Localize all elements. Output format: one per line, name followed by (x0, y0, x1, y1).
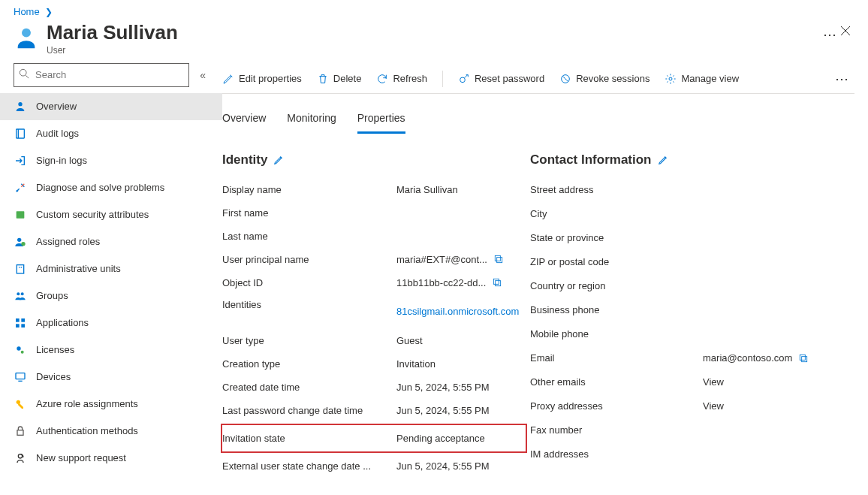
edit-properties-button[interactable]: Edit properties (222, 73, 302, 85)
sidebar-item-audit-logs[interactable]: Audit logs (0, 120, 222, 147)
tab-overview[interactable]: Overview (222, 107, 266, 134)
page-title: Maria Sullivan (47, 22, 815, 44)
sidebar-item-licenses[interactable]: Licenses (0, 337, 222, 364)
sidebar-item-label: Audit logs (36, 128, 79, 139)
group-icon (14, 290, 27, 302)
toolbar-more-button[interactable]: ⋯ (829, 71, 854, 87)
email-text: maria@contoso.com (703, 352, 792, 364)
block-icon (559, 73, 571, 85)
sidebar-item-label: Assigned roles (36, 236, 100, 247)
svg-rect-15 (16, 318, 20, 322)
copy-objectid-button[interactable] (492, 277, 502, 288)
breadcrumb-home[interactable]: Home (14, 6, 40, 17)
field-value (396, 225, 523, 248)
breadcrumb: Home ❯ (0, 0, 868, 19)
grid-icon (14, 317, 27, 329)
svg-rect-32 (496, 281, 501, 286)
tab-bar: Overview Monitoring Properties (222, 101, 854, 134)
field-label: First name (222, 201, 396, 225)
collapse-nav-button[interactable]: « (197, 66, 209, 84)
sidebar-item-custom-attrs[interactable]: Custom security attributes (0, 201, 222, 228)
sidebar-item-devices[interactable]: Devices (0, 364, 222, 391)
field-value (396, 201, 523, 225)
toolbar-label: Revoke sessions (576, 73, 649, 84)
sidebar-item-label: Devices (36, 371, 71, 382)
field-value (703, 226, 838, 250)
field-value: Maria Sullivan (396, 178, 523, 201)
field-value (703, 178, 838, 202)
proxy-addresses-link[interactable]: View (703, 394, 838, 418)
sidebar-item-assigned-roles[interactable]: Assigned roles (0, 228, 222, 255)
sidebar-item-support[interactable]: New support request (0, 445, 222, 472)
field-label: Proxy addresses (530, 394, 703, 418)
copy-email-button[interactable] (798, 353, 809, 364)
sidebar-item-signin-logs[interactable]: Sign-in logs (0, 147, 222, 174)
other-emails-link[interactable]: View (703, 370, 838, 394)
toolbar-divider (442, 71, 443, 87)
edit-identity-button[interactable] (273, 155, 284, 165)
close-button[interactable] (836, 22, 854, 40)
toolbar-label: Refresh (393, 73, 427, 84)
reset-password-button[interactable]: Reset password (458, 73, 544, 85)
field-label: Fax number (530, 418, 703, 442)
sidebar-item-applications[interactable]: Applications (0, 309, 222, 337)
refresh-button[interactable]: Refresh (376, 73, 427, 85)
sidebar-item-groups[interactable]: Groups (0, 282, 222, 309)
key-reset-icon (458, 73, 470, 85)
field-label: IM addresses (530, 442, 703, 466)
trash-icon (317, 73, 329, 85)
svg-rect-21 (16, 373, 25, 379)
sidebar-item-label: Azure role assignments (36, 398, 138, 409)
field-value: Jun 5, 2024, 5:55 PM (396, 454, 523, 478)
sidebar-item-auth-methods[interactable]: Authentication methods (0, 418, 222, 445)
identities-link[interactable]: 81csilgmail.onmicrosoft.com (396, 294, 523, 329)
signin-icon (14, 155, 27, 167)
field-label: Email (530, 346, 703, 370)
sidebar-item-azure-roles[interactable]: Azure role assignments (0, 391, 222, 418)
command-bar: Edit properties Delete Refresh Reset pas… (222, 63, 854, 94)
toolbar-label: Edit properties (239, 73, 302, 84)
svg-rect-18 (21, 324, 25, 327)
manage-view-button[interactable]: Manage view (665, 73, 739, 85)
copy-upn-button[interactable] (493, 254, 504, 264)
field-value (703, 202, 838, 226)
search-box[interactable] (14, 63, 189, 87)
page-subtitle: User (47, 45, 815, 56)
search-input[interactable] (34, 68, 184, 81)
tab-monitoring[interactable]: Monitoring (287, 107, 336, 134)
sidebar-item-label: New support request (36, 452, 126, 463)
field-label: Street address (530, 178, 703, 202)
svg-rect-31 (495, 255, 500, 261)
edit-contact-button[interactable] (658, 155, 668, 165)
svg-point-26 (460, 77, 466, 83)
header-more-button[interactable]: ⋯ (823, 26, 836, 43)
sidebar-item-diagnose[interactable]: Diagnose and solve problems (0, 174, 222, 201)
section-title-identity: Identity (222, 152, 267, 168)
field-label: State or province (530, 226, 703, 250)
svg-rect-11 (19, 267, 20, 267)
field-label: Created date time (222, 376, 396, 399)
svg-point-1 (20, 69, 26, 76)
svg-point-0 (22, 29, 31, 38)
svg-rect-30 (497, 258, 502, 263)
field-value-email: maria@contoso.com (703, 346, 838, 370)
toolbar-label: Reset password (475, 73, 544, 84)
tab-properties[interactable]: Properties (357, 107, 405, 134)
toolbar-label: Delete (333, 73, 362, 84)
field-label: Other emails (530, 370, 703, 394)
field-label: Invitation state (222, 427, 396, 450)
svg-line-28 (562, 76, 568, 82)
key-icon (14, 398, 27, 410)
sidebar-item-overview[interactable]: Overview (0, 93, 222, 120)
field-label: ZIP or postal code (530, 250, 703, 274)
svg-rect-12 (21, 267, 22, 267)
pencil-icon (222, 73, 234, 85)
sidebar-item-label: Custom security attributes (36, 209, 149, 220)
field-label: External user state change date ... (222, 454, 396, 478)
revoke-sessions-button[interactable]: Revoke sessions (559, 73, 649, 85)
field-label: City (530, 202, 703, 226)
svg-rect-33 (494, 279, 499, 284)
sidebar-item-admin-units[interactable]: Administrative units (0, 255, 222, 282)
delete-button[interactable]: Delete (317, 73, 362, 85)
svg-point-9 (21, 242, 25, 246)
